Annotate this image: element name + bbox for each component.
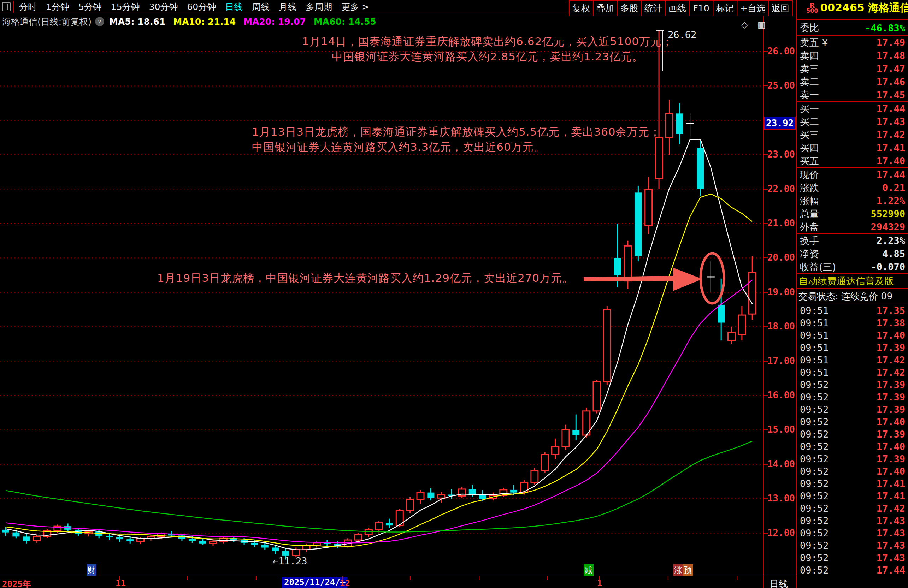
button-+自选[interactable]: +自选 [737, 0, 769, 16]
candle-up [137, 538, 144, 541]
tick-price: 17.39 [877, 404, 905, 415]
tab-60分钟[interactable]: 60分钟 [187, 2, 216, 12]
tick-row: 09:5217.39 [797, 453, 908, 465]
event-flag-财[interactable]: 财 [87, 564, 97, 576]
tick-price: 17.42 [877, 355, 905, 366]
button-复权[interactable]: 复权 [569, 0, 594, 16]
x-label-12: 12 [340, 578, 350, 588]
tick-price: 17.39 [877, 379, 905, 390]
tab-多周期[interactable]: 多周期 [306, 2, 332, 12]
tick-time: 09:51 [800, 318, 829, 328]
axis-label-20: 20.00 [767, 252, 795, 263]
button-标记[interactable]: 标记 [713, 0, 737, 16]
axis-tick [764, 85, 768, 86]
subscription-banner[interactable]: 自动续费通达信普及版 [797, 274, 908, 288]
candle-down [510, 490, 517, 493]
candle-up [738, 315, 745, 335]
tick-row: 09:5217.43 [797, 552, 908, 564]
axis-label-18: 18.00 [767, 321, 795, 332]
tick-time: 09:52 [800, 392, 829, 403]
tab-30分钟[interactable]: 30分钟 [149, 2, 178, 12]
annotation-jan19: 1月19日3日龙虎榜，中国银河证券大连黄河路买入约1.29亿元，卖出近270万元… [157, 270, 581, 286]
tick-time: 09:51 [800, 367, 829, 378]
interval-low-label: ←11.23 [273, 556, 307, 567]
button-F10[interactable]: F10 [689, 0, 713, 16]
quote-summary: 现价17.44涨跌0.21涨幅1.22%总量552990外盘294329 [797, 168, 908, 233]
ma-value: MA60: 14.55 [314, 17, 376, 27]
candle-up [365, 530, 372, 535]
annotation-line: 1月13日3日龙虎榜，国泰海通证券重庆解放碑买入约5.5亿元，卖出360余万元； [252, 124, 676, 140]
bid-row: 买二17.43 [797, 115, 908, 128]
tick-trade-list[interactable]: 09:5117.3509:5117.3809:5117.4009:5117.39… [797, 304, 908, 576]
tab-更多 >[interactable]: 更多 > [341, 2, 369, 12]
button-统计[interactable]: 统计 [641, 0, 666, 16]
candle-up [593, 382, 600, 411]
tick-row: 09:5217.39 [797, 391, 908, 403]
ma-line-MA60 [6, 441, 752, 532]
tick-row: 09:5217.39 [797, 428, 908, 440]
axis-tick [764, 189, 768, 190]
weibi-value: -46.83% [865, 22, 905, 34]
candle-down [12, 533, 19, 537]
tick-time: 09:52 [800, 441, 829, 452]
candle-up [541, 455, 548, 471]
date-axis[interactable]: 2025/11/24/— 2025年11121 [0, 576, 797, 588]
axis-tick [764, 223, 768, 224]
quote-row: 涨幅1.22% [797, 194, 908, 207]
candle-down [469, 489, 476, 495]
bid-row-value: 17.41 [877, 142, 905, 153]
quote-row-label: 涨跌 [800, 182, 819, 194]
tick-price: 17.40 [877, 416, 905, 427]
button-画线[interactable]: 画线 [665, 0, 690, 16]
button-返回[interactable]: 返回 [768, 0, 793, 16]
bid-row-value: 17.44 [877, 103, 905, 114]
ask-row-label: 卖二 [800, 76, 819, 88]
stock-header: R 500 002465 海格通信 [806, 1, 908, 15]
tab-分时[interactable]: 分时 [19, 2, 37, 12]
axis-label-23: 23.00 [767, 149, 795, 160]
tab-5分钟[interactable]: 5分钟 [79, 2, 102, 12]
quote-row-value: 17.44 [877, 169, 905, 180]
button-多股[interactable]: 多股 [617, 0, 642, 16]
event-flag-涨[interactable]: 涨 [673, 564, 683, 576]
tick-row: 09:5217.42 [797, 502, 908, 514]
candle-up [355, 535, 362, 540]
event-flag-减[interactable]: 减 [584, 564, 594, 576]
candle-down [427, 493, 434, 498]
bid-row: 买四17.41 [797, 141, 908, 154]
axis-tick [764, 429, 768, 430]
candle-up [33, 537, 40, 541]
tick-row: 09:5117.42 [797, 354, 908, 366]
ask-row: 卖三17.47 [797, 62, 908, 75]
tab-周线[interactable]: 周线 [252, 2, 270, 12]
candle-up [313, 543, 320, 545]
ma-line-MA20 [6, 280, 752, 543]
candle-down [189, 538, 196, 541]
price-axis[interactable]: 23.92 26.0025.0023.0022.0021.0020.0019.0… [763, 13, 796, 588]
event-flag-预[interactable]: 预 [683, 564, 693, 576]
tick-time: 09:52 [800, 478, 829, 489]
bid-row: 买三17.42 [797, 128, 908, 141]
axis-tick [764, 395, 768, 396]
tick-price: 17.40 [877, 441, 905, 452]
bid-row-label: 买五 [800, 155, 819, 167]
axis-tick [764, 292, 768, 293]
tab-15分钟[interactable]: 15分钟 [111, 2, 140, 12]
tab-月线[interactable]: 月线 [279, 2, 296, 12]
quote-row-label: 外盘 [800, 221, 819, 233]
window-split-icons[interactable]: ◇ ▣ [741, 20, 769, 30]
x-tick [187, 576, 188, 580]
period-tabs: 分时1分钟5分钟15分钟30分钟60分钟日线周线月线多周期更多 > [19, 1, 378, 13]
chevron-down-icon[interactable]: ∨ [95, 17, 104, 26]
annotation-line: 1月19日3日龙虎榜，中国银河证券大连黄河路买入约1.29亿元，卖出近270万元… [157, 270, 581, 286]
layout-icon[interactable] [2, 2, 11, 11]
tab-日线[interactable]: 日线 [225, 2, 243, 12]
tick-price: 17.35 [877, 305, 905, 316]
tick-time: 09:51 [800, 305, 829, 316]
candle-up [645, 189, 652, 226]
tab-1分钟[interactable]: 1分钟 [46, 2, 69, 12]
button-叠加[interactable]: 叠加 [593, 0, 618, 16]
tick-price: 17.41 [877, 478, 905, 489]
tick-time: 09:52 [800, 565, 829, 576]
x-tick [119, 576, 120, 580]
